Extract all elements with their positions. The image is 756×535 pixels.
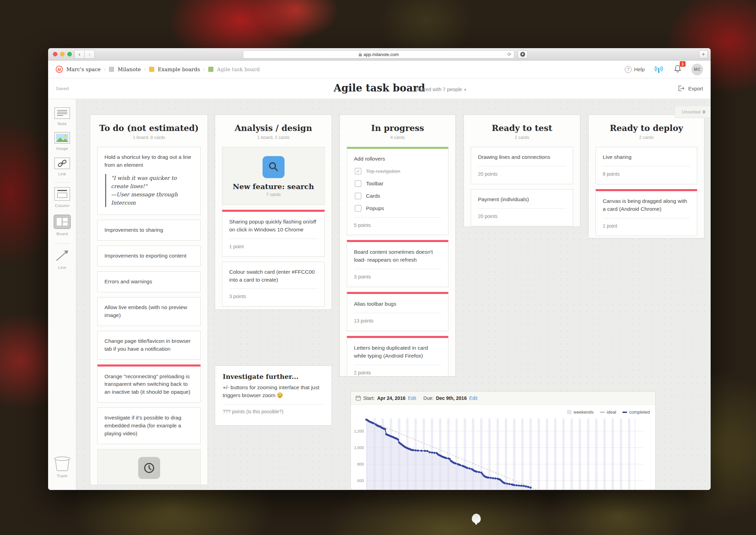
breadcrumb-item-workspace[interactable]: Marc's space [66,66,101,73]
export-icon [677,84,685,92]
checklist-item[interactable]: Cards [355,192,441,200]
note-card[interactable]: Live sharing 8 points [596,147,697,184]
minimize-window-button[interactable] [60,52,65,56]
question-mark-icon: ? [625,66,632,73]
export-button[interactable]: Export [677,84,703,92]
downloads-button[interactable] [518,50,528,58]
checkbox-icon[interactable] [355,205,362,212]
tool-link[interactable]: Link [48,157,76,176]
breadcrumb-item-milanote[interactable]: Milanote [118,66,141,73]
note-card-flagged[interactable]: Board content sometimes doesn't load- re… [347,240,448,287]
checkbox-checked-icon[interactable]: ✓ [355,168,362,175]
legend-ideal: ideal [600,410,616,415]
note-card[interactable]: Hold a shortcut key to drag out a line f… [97,147,201,215]
card-text: Drawing lines and connections [478,153,566,161]
calendar-icon [356,395,361,401]
tool-note-label: Note [48,122,76,126]
note-card[interactable]: Improvements to exporting content [97,245,201,266]
breadcrumb-item-example-boards[interactable]: Example boards [158,66,200,73]
browser-titlebar: ‹ › app.milanote.com ⟳ + [48,48,711,61]
note-card[interactable]: Errors and warnings [97,271,201,292]
milanote-logo-icon[interactable]: M [56,66,63,73]
checklist-item[interactable]: ✓ Top navigation [355,167,441,175]
note-card-flagged[interactable]: Letters being duplicated in card while t… [347,336,448,376]
column-in-progress[interactable]: In progress 4 cards Add rollovers ✓ Top … [340,114,456,376]
new-tab-button[interactable]: + [699,50,708,58]
notifications-button[interactable]: 1 [673,64,682,75]
tool-image-label: Image [48,146,76,151]
link-icon [54,157,70,169]
tool-trash[interactable]: Trash [48,456,76,478]
svg-text:800: 800 [357,462,364,466]
ideal-swatch-icon [600,412,605,413]
avatar[interactable]: MC [691,64,703,75]
help-button[interactable]: ? Help [625,66,645,73]
search-icon [267,161,280,174]
checklist-item[interactable]: Popups [355,205,441,212]
column-title[interactable]: Analysis / design [219,123,328,133]
note-card[interactable]: Drawing lines and connections 20 points [471,147,573,184]
card-text: Add rollovers [354,155,441,163]
column-ready-to-deploy[interactable]: Ready to deploy 2 cards Live sharing 8 p… [588,114,704,238]
tool-image[interactable]: Image [48,132,76,151]
unsorted-tab[interactable]: Unsorted 0 [675,106,711,118]
note-card[interactable]: Allow live embeds (with no preview image… [97,297,201,326]
tool-line[interactable]: Line [48,249,76,270]
note-card[interactable]: Colour swatch card (enter #FFCC00 into a… [222,262,325,307]
burndown-chart-card[interactable]: Start: Apr 24, 2016 Edit Due: Dec 9th, 2… [351,391,656,490]
shared-label: Shared with 7 people [415,87,462,92]
card-points: ??? points (is this possible?) [223,404,324,414]
note-card-flagged[interactable]: Orange "reconnecting" preloading is tran… [97,364,201,403]
note-card[interactable]: Payment (individuals) 20 points [471,189,573,227]
column-title[interactable]: Ready to deploy [592,123,701,133]
due-label: Due: [423,395,434,401]
note-card[interactable]: Investigate if it's possible to drag emb… [97,407,201,444]
card-points: 20 points [478,166,566,178]
tool-column[interactable]: Column [48,187,76,208]
note-card-flagged[interactable]: Alias toolbar bugs 13 points [347,292,448,331]
note-card[interactable]: Change page title/favicon in browser tab… [97,331,201,360]
checklist-card[interactable]: Add rollovers ✓ Top navigation Toolbar C… [347,147,448,235]
board-card-later[interactable]: Later 26 cards [97,449,201,485]
column-title[interactable]: To do (not estimated) [94,123,204,133]
chart-header: Start: Apr 24, 2016 Edit Due: Dec 9th, 2… [351,392,655,405]
checklist-item[interactable]: Toolbar [355,180,441,188]
tool-board[interactable]: Board [48,215,76,236]
legend-weekends: weekends [567,410,594,415]
browser-forward-button[interactable]: › [85,50,95,59]
column-subtitle: 1 board, 2 cards [219,135,328,140]
column-title[interactable]: Ready to test [467,123,577,133]
shared-with-button[interactable]: Shared with 7 people ▼ [415,87,467,92]
board-canvas[interactable]: Note Image [48,99,711,490]
note-card-flagged[interactable]: Sharing popup quickly flashing on/off on… [222,210,325,257]
note-card[interactable]: Improvements to sharing [97,220,201,241]
browser-back-button[interactable]: ‹ [74,50,85,59]
tool-trash-label: Trash [48,474,76,478]
help-label: Help [634,66,645,72]
start-date: Apr 24, 2016 [377,395,405,401]
reload-icon[interactable]: ⟳ [507,52,511,57]
board-card-count: 7 cards [226,192,321,197]
card-text: Allow live embeds (with no preview image… [104,304,193,319]
column-ready-to-test[interactable]: Ready to test 2 cards Drawing lines and … [464,114,580,227]
page-title[interactable]: Agile task board [334,82,425,94]
card-text: Change page title/favicon in browser tab… [104,337,193,353]
investigate-card[interactable]: Investigate further... +/- buttons for z… [215,365,332,426]
note-card-flagged[interactable]: Canvas is being dragged along with a car… [596,189,697,236]
edit-start-link[interactable]: Edit [408,395,416,401]
tool-note[interactable]: Note [48,107,76,126]
address-bar[interactable]: app.milanote.com ⟳ [243,50,514,58]
zoom-window-button[interactable] [67,52,72,56]
checkbox-icon[interactable] [355,180,362,187]
checkbox-icon[interactable] [355,193,362,199]
column-title[interactable]: In progress [343,123,452,133]
column-analysis[interactable]: Analysis / design 1 board, 2 cards New f… [215,114,332,310]
column-todo[interactable]: To do (not estimated) 1 board, 8 cards H… [90,114,208,485]
edit-due-link[interactable]: Edit [469,395,477,401]
board-card-search[interactable]: New feature: search 7 cards [222,147,325,205]
breadcrumb: M Marc's space › Milanote › Example boar… [56,66,260,73]
close-window-button[interactable] [53,52,57,56]
broadcast-icon[interactable] [654,65,664,74]
save-status: Saved [56,86,69,91]
tool-link-label: Link [48,172,76,176]
